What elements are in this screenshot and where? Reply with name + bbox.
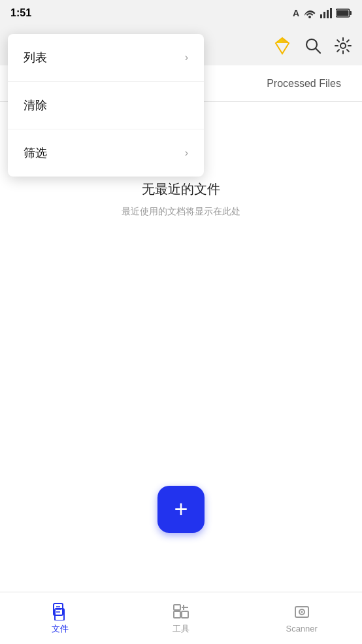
- dropdown-item-list-label: 列表: [24, 50, 47, 65]
- chevron-right-icon-filter: ›: [185, 147, 188, 159]
- dropdown-item-filter[interactable]: 筛选 ›: [8, 129, 204, 177]
- dropdown-item-filter-label: 筛选: [24, 145, 47, 161]
- dropdown-item-list[interactable]: 列表 ›: [8, 34, 204, 82]
- dropdown-item-clear[interactable]: 清除: [8, 82, 204, 129]
- dropdown-menu: 列表 › 清除 筛选 ›: [8, 34, 204, 177]
- dropdown-item-clear-label: 清除: [24, 97, 47, 113]
- chevron-right-icon-list: ›: [185, 52, 188, 63]
